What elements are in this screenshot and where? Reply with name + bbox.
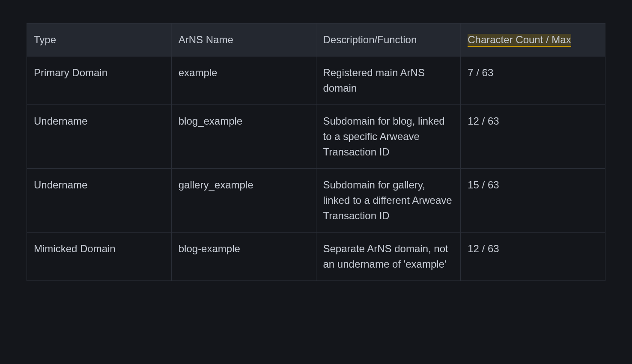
header-count: Character Count / Max bbox=[461, 24, 605, 57]
cell-name: example bbox=[171, 57, 316, 105]
header-name: ArNS Name bbox=[171, 24, 316, 57]
cell-desc: Registered main ArNS domain bbox=[316, 57, 461, 105]
cell-desc: Separate ArNS domain, not an undername o… bbox=[316, 233, 461, 281]
cell-desc: Subdomain for gallery, linked to a diffe… bbox=[316, 169, 461, 233]
cell-type: Primary Domain bbox=[27, 57, 172, 105]
header-row: Type ArNS Name Description/Function Char… bbox=[27, 24, 605, 57]
cell-count: 12 / 63 bbox=[461, 233, 605, 281]
cell-name: blog-example bbox=[171, 233, 316, 281]
arns-table: Type ArNS Name Description/Function Char… bbox=[27, 23, 605, 281]
header-type: Type bbox=[27, 24, 172, 57]
cell-count: 15 / 63 bbox=[461, 169, 605, 233]
cell-name: blog_example bbox=[171, 105, 316, 169]
table-row: Undername gallery_example Subdomain for … bbox=[27, 169, 605, 233]
cell-type: Undername bbox=[27, 169, 172, 233]
table-row: Undername blog_example Subdomain for blo… bbox=[27, 105, 605, 169]
table-row: Mimicked Domain blog-example Separate Ar… bbox=[27, 233, 605, 281]
table-row: Primary Domain example Registered main A… bbox=[27, 57, 605, 105]
cell-count: 12 / 63 bbox=[461, 105, 605, 169]
table-body: Primary Domain example Registered main A… bbox=[27, 57, 605, 281]
cell-name: gallery_example bbox=[171, 169, 316, 233]
header-desc: Description/Function bbox=[316, 24, 461, 57]
cell-count: 7 / 63 bbox=[461, 57, 605, 105]
table-header: Type ArNS Name Description/Function Char… bbox=[27, 24, 605, 57]
header-count-highlight: Character Count / Max bbox=[468, 34, 571, 47]
cell-type: Mimicked Domain bbox=[27, 233, 172, 281]
cell-desc: Subdomain for blog, linked to a specific… bbox=[316, 105, 461, 169]
cell-type: Undername bbox=[27, 105, 172, 169]
